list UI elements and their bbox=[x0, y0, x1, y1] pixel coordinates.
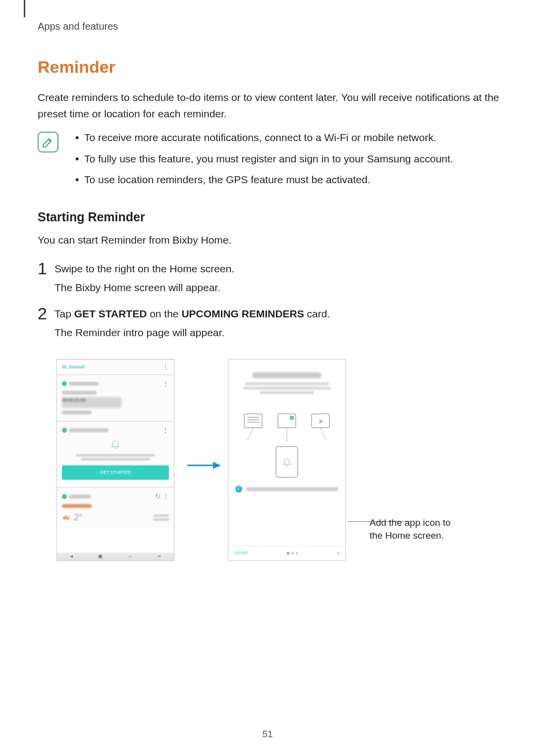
screenshot-reminder-intro: ✓ START › bbox=[228, 359, 346, 561]
step-number: 2 bbox=[38, 305, 54, 322]
intro-header bbox=[228, 359, 345, 401]
video-note-icon bbox=[311, 413, 330, 428]
start-label: START bbox=[234, 550, 249, 557]
card: ⋮ 20:00-21:00 bbox=[57, 375, 174, 421]
note-block: To receive more accurate notifications, … bbox=[38, 130, 515, 193]
nav-item: ⇆ bbox=[158, 554, 161, 559]
blur-text bbox=[245, 382, 329, 385]
icon-col bbox=[244, 413, 263, 441]
cloud-icon bbox=[62, 513, 71, 522]
step-text: The Bixby Home screen will appear. bbox=[54, 280, 515, 296]
blur-heading bbox=[252, 372, 321, 378]
note-slip-icon bbox=[244, 413, 263, 428]
note-item: To use location reminders, the GPS featu… bbox=[75, 172, 515, 188]
more-icon: ⋮ bbox=[162, 382, 169, 386]
more-icon: ⋮ bbox=[162, 365, 169, 369]
card: Hi, Samuel⋮ bbox=[57, 359, 174, 375]
weather-row: 2° bbox=[62, 511, 169, 524]
more-icon: ⋮ bbox=[162, 492, 169, 500]
step-text: Tap GET STARTED on the UPCOMING REMINDER… bbox=[54, 306, 515, 322]
blur-text bbox=[153, 514, 169, 517]
step-number: 1 bbox=[38, 260, 54, 277]
blur-text bbox=[260, 391, 314, 394]
get-started-button: GET STARTED bbox=[62, 465, 169, 480]
icon-row bbox=[228, 413, 345, 441]
page-margin-rule bbox=[24, 0, 25, 17]
bottom-bar: START › bbox=[228, 546, 345, 560]
blur-text bbox=[153, 518, 169, 521]
chevron-right-icon: › bbox=[337, 547, 339, 559]
blur-text bbox=[69, 382, 99, 386]
nav-bar: ◀ ⬤ ▭ ⇆ bbox=[57, 553, 174, 560]
nav-item: ⬤ bbox=[98, 554, 103, 559]
blur-text bbox=[69, 495, 91, 499]
sub-paragraph: You can start Reminder from Bixby Home. bbox=[38, 232, 515, 248]
bell-icon bbox=[282, 457, 292, 467]
pencil-icon bbox=[42, 136, 54, 149]
temperature: 2° bbox=[74, 511, 82, 524]
blur-text bbox=[69, 428, 108, 432]
subheading: Starting Reminder bbox=[38, 208, 515, 227]
blur-text bbox=[246, 487, 338, 491]
step-text: Swipe to the right on the Home screen. bbox=[54, 261, 515, 277]
screenshot-bixby-home: Hi, Samuel⋮ ⋮ 20:00-21:00 ⋮ GET STARTED … bbox=[56, 359, 174, 561]
dot-icon bbox=[62, 381, 67, 386]
dot-icon bbox=[62, 494, 67, 499]
running-header: Apps and features bbox=[38, 19, 118, 34]
step-1: 1 Swipe to the right on the Home screen.… bbox=[38, 261, 515, 299]
note-list: To receive more accurate notifications, … bbox=[75, 130, 515, 193]
blur-text bbox=[243, 387, 330, 390]
callout-text: Add the app icon to the Home screen. bbox=[370, 516, 459, 542]
step-text: The Reminder intro page will appear. bbox=[54, 325, 515, 341]
time-blur: 20:00-21:00 bbox=[62, 397, 121, 408]
step-body: Swipe to the right on the Home screen. T… bbox=[54, 261, 515, 299]
blur-text bbox=[62, 410, 92, 414]
page-content: Reminder Create reminders to schedule to… bbox=[38, 54, 515, 572]
bell-icon-row bbox=[62, 439, 169, 452]
image-note-icon bbox=[277, 413, 296, 428]
upcoming-reminders-card: ⋮ GET STARTED bbox=[57, 421, 174, 487]
blur-text bbox=[81, 458, 150, 460]
bell-icon bbox=[110, 439, 121, 450]
add-to-home-row: ✓ bbox=[228, 478, 345, 496]
nav-item: ◀ bbox=[70, 554, 73, 559]
check-icon: ✓ bbox=[235, 486, 242, 493]
section-title: Reminder bbox=[38, 54, 515, 80]
note-item: To fully use this feature, you must regi… bbox=[75, 151, 515, 167]
step-body: Tap GET STARTED on the UPCOMING REMINDER… bbox=[54, 306, 515, 344]
refresh-icon: ↻ bbox=[155, 493, 160, 500]
step-2: 2 Tap GET STARTED on the UPCOMING REMIND… bbox=[38, 306, 515, 344]
blur-text bbox=[62, 391, 97, 395]
arrow-icon bbox=[186, 461, 221, 470]
note-item: To receive more accurate notifications, … bbox=[75, 130, 515, 146]
blur-text bbox=[62, 504, 92, 508]
nav-item: ▭ bbox=[128, 554, 132, 559]
pager bbox=[287, 552, 298, 554]
phone-icon bbox=[275, 446, 298, 478]
note-icon bbox=[38, 132, 58, 152]
icon-col bbox=[277, 413, 296, 441]
more-icon: ⋮ bbox=[162, 429, 169, 432]
page-number: 51 bbox=[0, 727, 535, 742]
intro-paragraph: Create reminders to schedule to-do items… bbox=[38, 90, 515, 122]
figure-row: Hi, Samuel⋮ ⋮ 20:00-21:00 ⋮ GET STARTED … bbox=[56, 359, 515, 572]
card: ↻ ⋮ 2° bbox=[57, 487, 174, 528]
dot-icon bbox=[62, 428, 67, 433]
card-title-blur: Hi, Samuel bbox=[62, 364, 85, 371]
icon-col bbox=[311, 413, 330, 441]
svg-marker-1 bbox=[213, 462, 221, 469]
blur-text bbox=[76, 454, 155, 456]
